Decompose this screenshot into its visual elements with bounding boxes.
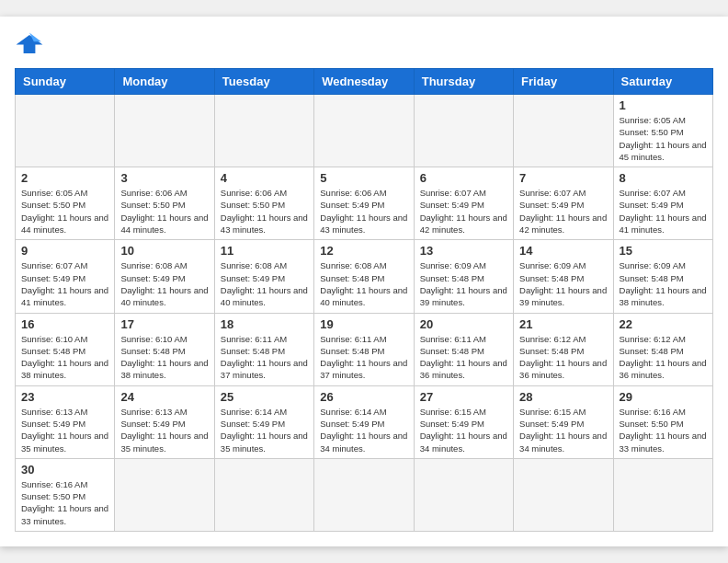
logo bbox=[15, 31, 48, 57]
day-info: Sunrise: 6:09 AMSunset: 5:48 PMDaylight:… bbox=[519, 259, 607, 308]
day-number: 4 bbox=[221, 171, 308, 185]
day-number: 20 bbox=[420, 317, 507, 331]
day-number: 10 bbox=[120, 244, 208, 258]
day-info: Sunrise: 6:09 AMSunset: 5:48 PMDaylight:… bbox=[620, 259, 707, 308]
calendar-cell: 22Sunrise: 6:12 AMSunset: 5:48 PMDayligh… bbox=[613, 313, 712, 385]
day-number: 2 bbox=[21, 171, 108, 185]
day-number: 29 bbox=[620, 390, 707, 404]
calendar-cell: 15Sunrise: 6:09 AMSunset: 5:48 PMDayligh… bbox=[613, 240, 712, 313]
svg-marker-0 bbox=[17, 35, 43, 53]
day-info: Sunrise: 6:07 AMSunset: 5:49 PMDaylight:… bbox=[21, 259, 108, 308]
calendar-cell: 9Sunrise: 6:07 AMSunset: 5:49 PMDaylight… bbox=[16, 240, 115, 313]
calendar-cell bbox=[414, 458, 513, 531]
calendar-cell bbox=[514, 94, 613, 167]
weekday-header-friday: Friday bbox=[514, 68, 613, 94]
day-info: Sunrise: 6:12 AMSunset: 5:48 PMDaylight:… bbox=[519, 333, 607, 382]
day-number: 8 bbox=[620, 171, 707, 185]
day-number: 26 bbox=[320, 390, 407, 404]
day-info: Sunrise: 6:08 AMSunset: 5:49 PMDaylight:… bbox=[120, 259, 208, 308]
day-number: 16 bbox=[21, 317, 108, 331]
day-number: 3 bbox=[120, 171, 208, 185]
day-info: Sunrise: 6:06 AMSunset: 5:50 PMDaylight:… bbox=[120, 187, 208, 236]
weekday-header-sunday: Sunday bbox=[16, 68, 115, 94]
day-info: Sunrise: 6:15 AMSunset: 5:49 PMDaylight:… bbox=[519, 406, 607, 454]
day-info: Sunrise: 6:11 AMSunset: 5:48 PMDaylight:… bbox=[320, 333, 407, 382]
calendar-cell: 20Sunrise: 6:11 AMSunset: 5:48 PMDayligh… bbox=[414, 313, 513, 385]
week-row-3: 16Sunrise: 6:10 AMSunset: 5:48 PMDayligh… bbox=[16, 313, 713, 385]
day-info: Sunrise: 6:16 AMSunset: 5:50 PMDaylight:… bbox=[620, 406, 707, 454]
weekday-header-row: SundayMondayTuesdayWednesdayThursdayFrid… bbox=[16, 68, 713, 94]
day-number: 18 bbox=[221, 317, 308, 331]
day-number: 13 bbox=[420, 244, 507, 258]
weekday-header-thursday: Thursday bbox=[414, 68, 513, 94]
day-number: 7 bbox=[519, 171, 607, 185]
week-row-4: 23Sunrise: 6:13 AMSunset: 5:49 PMDayligh… bbox=[16, 385, 713, 458]
week-row-2: 9Sunrise: 6:07 AMSunset: 5:49 PMDaylight… bbox=[16, 240, 713, 313]
week-row-5: 30Sunrise: 6:16 AMSunset: 5:50 PMDayligh… bbox=[16, 458, 713, 531]
day-number: 15 bbox=[620, 244, 707, 258]
weekday-header-saturday: Saturday bbox=[613, 68, 712, 94]
calendar-cell bbox=[115, 458, 214, 531]
day-number: 24 bbox=[120, 390, 208, 404]
weekday-header-monday: Monday bbox=[115, 68, 214, 94]
day-info: Sunrise: 6:16 AMSunset: 5:50 PMDaylight:… bbox=[21, 478, 108, 527]
day-number: 22 bbox=[620, 317, 707, 331]
day-number: 11 bbox=[221, 244, 308, 258]
day-info: Sunrise: 6:10 AMSunset: 5:48 PMDaylight:… bbox=[21, 333, 108, 382]
day-info: Sunrise: 6:08 AMSunset: 5:48 PMDaylight:… bbox=[320, 259, 407, 308]
day-number: 30 bbox=[21, 463, 108, 477]
day-info: Sunrise: 6:12 AMSunset: 5:48 PMDaylight:… bbox=[620, 333, 707, 382]
day-number: 21 bbox=[519, 317, 607, 331]
day-number: 1 bbox=[620, 98, 707, 112]
calendar-cell bbox=[214, 458, 313, 531]
calendar-cell: 30Sunrise: 6:16 AMSunset: 5:50 PMDayligh… bbox=[16, 458, 115, 531]
day-info: Sunrise: 6:05 AMSunset: 5:50 PMDaylight:… bbox=[620, 114, 707, 163]
calendar-cell: 24Sunrise: 6:13 AMSunset: 5:49 PMDayligh… bbox=[115, 385, 214, 458]
calendar-cell: 19Sunrise: 6:11 AMSunset: 5:48 PMDayligh… bbox=[314, 313, 414, 385]
calendar-cell: 11Sunrise: 6:08 AMSunset: 5:49 PMDayligh… bbox=[214, 240, 313, 313]
week-row-0: 1Sunrise: 6:05 AMSunset: 5:50 PMDaylight… bbox=[16, 94, 713, 167]
day-info: Sunrise: 6:07 AMSunset: 5:49 PMDaylight:… bbox=[620, 187, 707, 236]
day-info: Sunrise: 6:14 AMSunset: 5:49 PMDaylight:… bbox=[320, 406, 407, 454]
calendar-cell: 3Sunrise: 6:06 AMSunset: 5:50 PMDaylight… bbox=[115, 167, 214, 240]
calendar-cell: 12Sunrise: 6:08 AMSunset: 5:48 PMDayligh… bbox=[314, 240, 414, 313]
calendar-cell: 6Sunrise: 6:07 AMSunset: 5:49 PMDaylight… bbox=[414, 167, 513, 240]
calendar-cell: 26Sunrise: 6:14 AMSunset: 5:49 PMDayligh… bbox=[314, 385, 414, 458]
calendar-cell: 29Sunrise: 6:16 AMSunset: 5:50 PMDayligh… bbox=[613, 385, 712, 458]
day-info: Sunrise: 6:09 AMSunset: 5:48 PMDaylight:… bbox=[420, 259, 507, 308]
day-number: 9 bbox=[21, 244, 108, 258]
calendar-cell bbox=[613, 458, 712, 531]
calendar-cell bbox=[314, 458, 414, 531]
calendar-cell: 16Sunrise: 6:10 AMSunset: 5:48 PMDayligh… bbox=[16, 313, 115, 385]
day-info: Sunrise: 6:06 AMSunset: 5:49 PMDaylight:… bbox=[320, 187, 407, 236]
day-number: 23 bbox=[21, 390, 108, 404]
day-number: 19 bbox=[320, 317, 407, 331]
calendar-cell: 13Sunrise: 6:09 AMSunset: 5:48 PMDayligh… bbox=[414, 240, 513, 313]
calendar-cell bbox=[214, 94, 313, 167]
calendar-cell: 5Sunrise: 6:06 AMSunset: 5:49 PMDaylight… bbox=[314, 167, 414, 240]
weekday-header-wednesday: Wednesday bbox=[314, 68, 414, 94]
calendar-cell: 4Sunrise: 6:06 AMSunset: 5:50 PMDaylight… bbox=[214, 167, 313, 240]
day-number: 12 bbox=[320, 244, 407, 258]
day-number: 14 bbox=[519, 244, 607, 258]
calendar-cell bbox=[314, 94, 414, 167]
day-info: Sunrise: 6:10 AMSunset: 5:48 PMDaylight:… bbox=[120, 333, 208, 382]
day-number: 28 bbox=[519, 390, 607, 404]
calendar-cell: 1Sunrise: 6:05 AMSunset: 5:50 PMDaylight… bbox=[613, 94, 712, 167]
calendar-cell: 7Sunrise: 6:07 AMSunset: 5:49 PMDaylight… bbox=[514, 167, 613, 240]
day-number: 27 bbox=[420, 390, 507, 404]
calendar-cell: 27Sunrise: 6:15 AMSunset: 5:49 PMDayligh… bbox=[414, 385, 513, 458]
header bbox=[15, 31, 713, 57]
day-number: 25 bbox=[221, 390, 308, 404]
day-info: Sunrise: 6:11 AMSunset: 5:48 PMDaylight:… bbox=[420, 333, 507, 382]
calendar-container: SundayMondayTuesdayWednesdayThursdayFrid… bbox=[0, 17, 728, 546]
calendar-cell: 18Sunrise: 6:11 AMSunset: 5:48 PMDayligh… bbox=[214, 313, 313, 385]
day-info: Sunrise: 6:08 AMSunset: 5:49 PMDaylight:… bbox=[221, 259, 308, 308]
day-info: Sunrise: 6:11 AMSunset: 5:48 PMDaylight:… bbox=[221, 333, 308, 382]
calendar-cell bbox=[115, 94, 214, 167]
calendar-cell bbox=[514, 458, 613, 531]
day-number: 6 bbox=[420, 171, 507, 185]
calendar-cell: 23Sunrise: 6:13 AMSunset: 5:49 PMDayligh… bbox=[16, 385, 115, 458]
week-row-1: 2Sunrise: 6:05 AMSunset: 5:50 PMDaylight… bbox=[16, 167, 713, 240]
calendar-cell: 8Sunrise: 6:07 AMSunset: 5:49 PMDaylight… bbox=[613, 167, 712, 240]
